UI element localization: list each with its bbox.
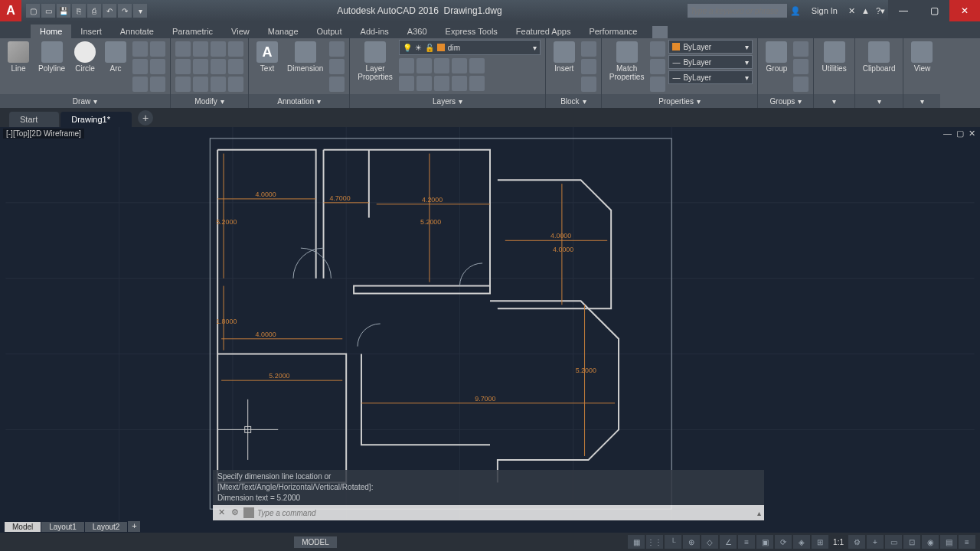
layer-tool-5[interactable]: [469, 58, 485, 73]
qat-undo-icon[interactable]: ↶: [103, 4, 116, 18]
vp-maximize-icon[interactable]: ▢: [956, 129, 964, 139]
qat-redo-icon[interactable]: ↷: [118, 4, 132, 18]
tab-view[interactable]: View: [222, 24, 259, 38]
exchange-icon[interactable]: ✕: [848, 6, 855, 16]
lineweight-dropdown[interactable]: —ByLayer▾: [668, 55, 753, 69]
dimension-button[interactable]: Dimension: [284, 40, 326, 74]
stretch-button[interactable]: [175, 77, 191, 92]
anno-2[interactable]: [329, 59, 345, 74]
view-group-label[interactable]: ▾: [903, 94, 940, 108]
circle-button[interactable]: Circle: [71, 40, 99, 74]
draw-small-1[interactable]: [132, 41, 148, 57]
block-1[interactable]: [581, 41, 596, 57]
array-button[interactable]: [211, 77, 226, 92]
grp-3[interactable]: [793, 77, 808, 92]
cmd-config-icon[interactable]: ⚙: [230, 507, 240, 518]
tab-express[interactable]: Express Tools: [436, 24, 507, 38]
layer-tool-7[interactable]: [416, 76, 432, 91]
draw-small-4[interactable]: [150, 59, 165, 74]
layout-tab-add[interactable]: +: [128, 521, 140, 532]
tab-annotate[interactable]: Annotate: [111, 24, 163, 38]
qat-saveas-icon[interactable]: ⎘: [72, 4, 86, 18]
utilities-button[interactable]: Utilities: [818, 40, 849, 74]
prop-1[interactable]: [650, 41, 665, 57]
move-button[interactable]: [175, 41, 191, 57]
tab-manage[interactable]: Manage: [259, 24, 308, 38]
command-input[interactable]: [257, 509, 754, 517]
layer-tool-1[interactable]: [399, 58, 414, 73]
viewport[interactable]: [-][Top][2D Wireframe] — ▢ ✕ 4.0000: [0, 127, 980, 520]
grp-2[interactable]: [793, 59, 808, 74]
scale-button[interactable]: [193, 77, 208, 92]
qat-open-icon[interactable]: ▭: [41, 4, 55, 18]
status-polar-icon[interactable]: ⊕: [683, 535, 700, 549]
status-ortho-icon[interactable]: └: [665, 535, 681, 549]
status-hardware-icon[interactable]: ⊡: [903, 535, 920, 549]
tab-output[interactable]: Output: [308, 24, 351, 38]
vp-minimize-icon[interactable]: —: [943, 129, 952, 139]
drawing-canvas[interactable]: 4.0000 4.7000 4.2000 5.2000 5.2000 4.000…: [0, 127, 980, 520]
anno-3[interactable]: [329, 77, 345, 92]
qat-more-icon[interactable]: ▾: [133, 4, 147, 18]
prop-2[interactable]: [650, 59, 665, 74]
arc-button[interactable]: Arc: [102, 40, 129, 74]
layer-tool-3[interactable]: [434, 58, 449, 73]
status-grid-icon[interactable]: ▦: [628, 535, 645, 549]
status-snap-icon[interactable]: ⋮⋮: [646, 535, 663, 549]
help-icon[interactable]: ?▾: [876, 6, 885, 16]
clipboard-group-label[interactable]: ▾: [855, 94, 903, 108]
draw-small-6[interactable]: [150, 77, 165, 92]
text-button[interactable]: AText: [253, 40, 281, 74]
layer-tool-4[interactable]: [452, 58, 467, 73]
color-dropdown[interactable]: ByLayer▾: [668, 40, 753, 54]
drawing-tab-start[interactable]: Start: [9, 112, 59, 127]
block-3[interactable]: [581, 77, 596, 92]
view-button[interactable]: View: [908, 40, 936, 74]
tab-performance[interactable]: Performance: [580, 24, 646, 38]
close-button[interactable]: ✕: [949, 0, 980, 21]
layer-tool-2[interactable]: [416, 58, 432, 73]
modify-4[interactable]: [228, 41, 243, 57]
group-button[interactable]: Group: [763, 40, 790, 74]
status-scale[interactable]: 1:1: [830, 538, 847, 546]
groups-group-label[interactable]: Groups ▾: [758, 94, 813, 108]
modify-8[interactable]: [228, 59, 243, 74]
status-monitor-icon[interactable]: ▭: [885, 535, 902, 549]
draw-group-label[interactable]: Draw ▾: [0, 94, 170, 108]
clipboard-button[interactable]: Clipboard: [860, 40, 899, 74]
cmd-expand-icon[interactable]: ▴: [757, 509, 761, 517]
layer-tool-9[interactable]: [452, 76, 467, 91]
trim-button[interactable]: [211, 41, 226, 57]
vp-close-icon[interactable]: ✕: [969, 129, 975, 139]
draw-small-5[interactable]: [132, 77, 148, 92]
polyline-button[interactable]: Polyline: [35, 40, 68, 74]
maximize-button[interactable]: ▢: [919, 0, 949, 21]
copy-button[interactable]: [175, 59, 191, 74]
annotation-group-label[interactable]: Annotation ▾: [249, 94, 349, 108]
layer-properties-button[interactable]: Layer Properties: [354, 40, 396, 83]
status-workspace-icon[interactable]: +: [867, 535, 884, 549]
draw-small-2[interactable]: [150, 41, 165, 57]
layout-tab-layout2[interactable]: Layout2: [85, 522, 128, 532]
grp-1[interactable]: [793, 41, 808, 57]
status-annoscale-icon[interactable]: ⚙: [848, 535, 865, 549]
minimize-button[interactable]: —: [888, 0, 919, 21]
fillet-button[interactable]: [211, 59, 226, 74]
tab-a360[interactable]: A360: [398, 24, 436, 38]
qat-save-icon[interactable]: 💾: [57, 4, 70, 18]
tab-insert[interactable]: Insert: [71, 24, 111, 38]
status-cycling-icon[interactable]: ⟳: [775, 535, 792, 549]
status-3dosnap-icon[interactable]: ◈: [793, 535, 810, 549]
block-2[interactable]: [581, 59, 596, 74]
tab-home[interactable]: Home: [31, 24, 71, 38]
status-transparency-icon[interactable]: ▣: [756, 535, 773, 549]
modify-12[interactable]: [228, 77, 243, 92]
cmd-close-icon[interactable]: ✕: [216, 507, 227, 518]
insert-button[interactable]: Insert: [550, 40, 578, 74]
qat-new-icon[interactable]: ▢: [26, 4, 40, 18]
layer-tool-6[interactable]: [399, 76, 414, 91]
tab-addins[interactable]: Add-ins: [351, 24, 398, 38]
line-button[interactable]: Line: [5, 40, 32, 74]
draw-small-3[interactable]: [132, 59, 148, 74]
status-dynamic-icon[interactable]: ⊞: [812, 535, 828, 549]
